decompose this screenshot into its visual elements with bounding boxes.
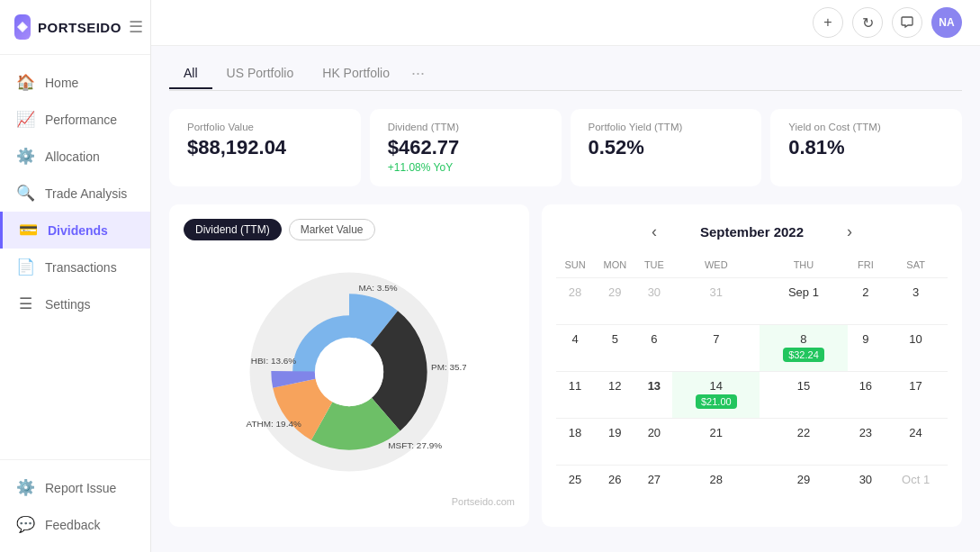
cal-day-number: 30 <box>640 285 670 299</box>
cal-day-number: 28 <box>676 473 756 486</box>
sidebar-item-trade-analysis[interactable]: 🔍 Trade Analysis <box>0 175 150 212</box>
calendar-cell[interactable]: 30 <box>636 278 673 325</box>
sidebar-item-performance[interactable]: 📈 Performance <box>0 101 150 138</box>
sidebar-item-allocation[interactable]: ⚙️ Allocation <box>0 138 150 175</box>
cal-day-fri: FRI <box>848 256 885 278</box>
sidebar-bottom: ⚙️ Report Issue 💬 Feedback <box>0 459 150 552</box>
calendar-cell[interactable]: 30 <box>848 466 885 512</box>
calendar-cell[interactable]: 7 <box>672 325 760 372</box>
calendar-cell[interactable]: 28 <box>556 278 594 325</box>
sidebar-item-settings[interactable]: ☰ Settings <box>0 285 150 322</box>
calendar-cell[interactable]: 15 <box>760 372 847 419</box>
calendar-cell[interactable]: 5 <box>594 325 635 372</box>
refresh-button[interactable]: ↻ <box>852 7 883 38</box>
calendar-cell[interactable]: 10 <box>884 325 948 372</box>
add-button[interactable]: + <box>813 7 843 38</box>
sidebar-bottom-label: Feedback <box>45 518 100 532</box>
calendar-cell[interactable]: 24 <box>884 419 948 466</box>
calendar-cell[interactable]: 4 <box>556 325 594 372</box>
calendar-cell[interactable]: 8$32.24 <box>760 325 847 372</box>
sidebar-item-report-issue[interactable]: ⚙️ Report Issue <box>0 469 150 506</box>
calendar-cell[interactable]: 25 <box>556 466 594 512</box>
calendar-cell[interactable]: 19 <box>594 419 635 466</box>
cal-day-number: 10 <box>887 332 944 346</box>
stat-value: 0.52% <box>589 136 744 159</box>
calendar-panel: ‹ September 2022 › SUN MON TUE WED THU F… <box>542 204 962 527</box>
toggle-dividend-ttm[interactable]: Dividend (TTM) <box>184 219 282 240</box>
calendar-cell[interactable]: 28 <box>672 466 760 512</box>
cal-day-number: 4 <box>560 332 590 346</box>
cal-day-wed: WED <box>672 256 760 278</box>
cal-day-number: 29 <box>763 473 843 486</box>
chart-label-hbi: HBI: 13.6% <box>251 356 296 366</box>
cal-day-number: Oct 1 <box>887 473 944 486</box>
allocation-icon: ⚙️ <box>16 147 34 166</box>
calendar-cell[interactable]: 29 <box>760 466 847 512</box>
calendar-cell[interactable]: 20 <box>636 419 673 466</box>
sidebar-item-transactions[interactable]: 📄 Transactions <box>0 249 150 285</box>
calendar-cell[interactable]: 21 <box>672 419 760 466</box>
portfolio-tabs: All US Portfolio HK Portfolio ··· <box>169 46 962 91</box>
calendar-cell[interactable]: 22 <box>760 419 847 466</box>
chart-label-athm: ATHM: 19.4% <box>247 419 301 429</box>
sidebar-item-feedback[interactable]: 💬 Feedback <box>0 506 150 543</box>
logo-text: PORTSEIDO <box>38 20 121 35</box>
tab-hk-portfolio[interactable]: HK Portfolio <box>308 59 404 89</box>
panels: Dividend (TTM) Market Value <box>169 204 962 527</box>
calendar-prev-button[interactable]: ‹ <box>644 219 664 245</box>
topbar: + ↻ NA <box>151 0 980 46</box>
sidebar-item-dividends[interactable]: 💳 Dividends <box>0 212 150 249</box>
calendar-month: September 2022 <box>700 224 804 240</box>
toggle-market-value[interactable]: Market Value <box>289 219 375 240</box>
tab-more-button[interactable]: ··· <box>404 57 432 90</box>
sidebar-item-label: Transactions <box>45 260 117 275</box>
calendar-week-row: 28293031Sep 123 <box>556 278 948 325</box>
sidebar-item-label: Allocation <box>45 149 100 164</box>
calendar-cell[interactable]: 17 <box>884 372 948 419</box>
calendar-cell[interactable]: 6 <box>636 325 673 372</box>
calendar-cell[interactable]: 16 <box>848 372 885 419</box>
chat-button[interactable] <box>892 7 922 38</box>
cal-day-number: 11 <box>560 379 590 393</box>
cal-day-thu: THU <box>760 256 847 278</box>
calendar-cell[interactable]: 26 <box>594 466 635 512</box>
calendar-header: ‹ September 2022 › <box>556 219 948 245</box>
calendar-next-button[interactable]: › <box>840 219 859 245</box>
stat-label: Portfolio Value <box>187 122 343 132</box>
calendar-cell[interactable]: 12 <box>594 372 635 419</box>
stat-yield-on-cost: Yield on Cost (TTM) 0.81% <box>770 109 962 186</box>
stat-value: $462.77 <box>388 136 544 159</box>
calendar-cell[interactable]: 27 <box>636 466 673 512</box>
logo-icon <box>14 14 31 40</box>
calendar-cell[interactable]: 3 <box>884 278 948 325</box>
chart-label-ma: MA: 3.5% <box>358 283 397 293</box>
sidebar-item-label: Trade Analysis <box>45 186 127 201</box>
calendar-cell[interactable]: 29 <box>594 278 635 325</box>
chart-credit: Portseido.com <box>184 496 515 507</box>
calendar-cell[interactable]: 23 <box>848 419 885 466</box>
calendar-cell[interactable]: 2 <box>848 278 885 325</box>
cal-day-number: 7 <box>676 332 756 346</box>
calendar-cell[interactable]: 9 <box>848 325 885 372</box>
cal-day-number: 14 <box>676 379 756 393</box>
cal-day-number: 16 <box>851 379 881 393</box>
calendar-cell[interactable]: 18 <box>556 419 594 466</box>
sidebar-bottom-label: Report Issue <box>45 481 116 495</box>
calendar-event[interactable]: $32.24 <box>783 348 824 362</box>
calendar-cell[interactable]: 13 <box>636 372 673 419</box>
cal-day-number: Sep 1 <box>763 285 843 299</box>
cal-day-number: 26 <box>598 473 632 486</box>
calendar-event[interactable]: $21.00 <box>696 394 737 409</box>
calendar-cell[interactable]: Sep 1 <box>760 278 847 325</box>
cal-day-number: 27 <box>640 473 670 486</box>
calendar-cell[interactable]: 11 <box>556 372 594 419</box>
cal-day-sat: SAT <box>884 256 948 278</box>
calendar-cell[interactable]: 31 <box>672 278 760 325</box>
hamburger-button[interactable]: ☰ <box>129 17 143 37</box>
calendar-cell[interactable]: Oct 1 <box>884 466 948 512</box>
tab-all[interactable]: All <box>169 59 212 89</box>
calendar-cell[interactable]: 14$21.00 <box>672 372 760 419</box>
cal-day-number: 23 <box>851 426 881 439</box>
tab-us-portfolio[interactable]: US Portfolio <box>212 59 309 89</box>
sidebar-item-home[interactable]: 🏠 Home <box>0 64 150 101</box>
